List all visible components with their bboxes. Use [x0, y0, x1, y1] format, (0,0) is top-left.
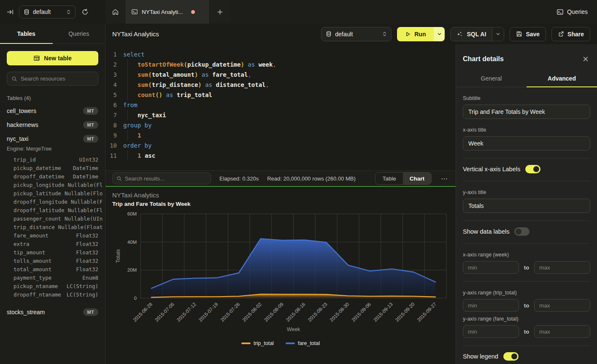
- panel-tab-advanced[interactable]: Advanced: [527, 70, 597, 87]
- show-data-labels-row: Show data labels: [463, 227, 590, 236]
- sidebar-tab-queries[interactable]: Queries: [53, 24, 105, 43]
- code-line[interactable]: 10order by: [105, 140, 456, 151]
- resource-search-input[interactable]: [21, 75, 94, 82]
- resource-search[interactable]: [7, 72, 98, 86]
- x-range-max-input[interactable]: [534, 261, 590, 274]
- line-number: 3: [105, 70, 117, 80]
- code-line[interactable]: 2toStartOfWeek(pickup_datetime) as week,: [105, 59, 456, 70]
- svg-text:2015-09-27: 2015-09-27: [416, 302, 437, 323]
- y-fare-max-input[interactable]: [534, 325, 590, 338]
- line-number: 9: [105, 130, 117, 140]
- svg-text:20M: 20M: [127, 267, 137, 272]
- engine-badge: MT: [83, 308, 98, 316]
- y-fare-min-input[interactable]: [463, 325, 519, 338]
- sql-ai-options-button[interactable]: [492, 27, 504, 41]
- x-range-min-input[interactable]: [463, 261, 519, 274]
- sql-editor[interactable]: 1select2toStartOfWeek(pickup_datetime) a…: [105, 44, 456, 170]
- legend-item-trip-total[interactable]: trip_total: [241, 340, 274, 346]
- show-legend-label: Show legend: [463, 353, 498, 360]
- subtitle-field-label: Subtitle: [463, 95, 590, 101]
- column-row: passenger_countNullable(UIn: [14, 215, 98, 223]
- y-trip-range-label: y-axis range (trip_total): [463, 290, 590, 296]
- code-line[interactable]: 4sum(trip_distance) as distance_total,: [105, 80, 456, 90]
- tab-nytaxi-analytics[interactable]: NYTaxi Analyti...: [125, 0, 210, 24]
- code-line[interactable]: 8group by: [105, 120, 456, 130]
- y-trip-max-input[interactable]: [534, 299, 590, 312]
- new-table-button[interactable]: New table: [7, 51, 98, 65]
- svg-text:Week: Week: [287, 326, 300, 332]
- database-selector[interactable]: default: [19, 5, 76, 19]
- share-button[interactable]: Share: [551, 27, 590, 41]
- legend-item-fare-total[interactable]: fare_total: [286, 340, 320, 346]
- table-name: cell_towers: [7, 108, 36, 114]
- column-row: tolls_amountFloat32: [14, 257, 98, 265]
- table-name: stocks_stream: [7, 309, 45, 315]
- results-more-button[interactable]: ⋯: [440, 175, 449, 183]
- panel-tab-general[interactable]: General: [456, 70, 527, 87]
- results-search[interactable]: [112, 173, 211, 184]
- run-database-selector[interactable]: default: [321, 27, 392, 41]
- chart-legend: trip_total fare_total: [105, 340, 456, 346]
- table-item-hackernews[interactable]: hackernewsMT: [0, 118, 105, 132]
- run-database-value: default: [335, 31, 353, 38]
- show-legend-row: Show legend: [463, 352, 590, 361]
- table-engine: Engine: MergeTree: [0, 146, 105, 154]
- y-axis-title-label: y-axis title: [463, 189, 590, 195]
- show-data-labels-toggle[interactable]: [514, 227, 529, 236]
- range-to-label: to: [524, 264, 529, 271]
- run-options-button[interactable]: [434, 27, 445, 41]
- column-row: dropoff_latitudeNullable(Fl: [14, 206, 98, 215]
- show-legend-toggle[interactable]: [503, 352, 519, 361]
- divider: [463, 221, 590, 221]
- queries-button[interactable]: Queries: [547, 0, 597, 24]
- table-item-stocks_stream[interactable]: stocks_streamMT: [0, 305, 105, 319]
- line-number: 11: [105, 151, 117, 161]
- refresh-icon[interactable]: [81, 8, 89, 16]
- legend-swatch: [241, 342, 251, 344]
- engine-badge: MT: [83, 107, 98, 115]
- close-icon[interactable]: [583, 56, 589, 62]
- x-axis-title-input[interactable]: [463, 136, 590, 151]
- y-axis-title-input[interactable]: [463, 199, 590, 213]
- vertical-x-labels-row: Vertical x-axis Labels: [463, 165, 590, 173]
- panel-tabs: General Advanced: [456, 70, 597, 87]
- view-toggle-table[interactable]: Table: [375, 173, 403, 184]
- table-item-cell_towers[interactable]: cell_towersMT: [0, 104, 105, 118]
- y-trip-min-input[interactable]: [463, 299, 519, 312]
- view-toggle-chart[interactable]: Chart: [403, 173, 431, 184]
- code-line[interactable]: 6from: [105, 100, 456, 110]
- sidebar-tab-tables[interactable]: Tables: [0, 24, 53, 43]
- y-trip-range-row: to: [463, 299, 590, 312]
- save-button[interactable]: Save: [510, 27, 546, 41]
- sql-ai-label: SQL AI: [467, 31, 486, 38]
- svg-text:2015-08-02: 2015-08-02: [241, 302, 262, 323]
- sidebar: Tables Queries New table Tables (4) cell…: [0, 24, 105, 364]
- elapsed-time: Elapsed: 0.320s: [219, 175, 259, 182]
- results-search-input[interactable]: [125, 175, 207, 182]
- line-number: 8: [105, 120, 117, 130]
- vertical-x-labels-toggle[interactable]: [525, 165, 540, 173]
- table-item-nyc_taxi[interactable]: nyc_taxiMT: [0, 132, 105, 146]
- code-line[interactable]: 91: [105, 130, 456, 140]
- home-button[interactable]: [105, 0, 125, 24]
- code-line[interactable]: 1select: [105, 49, 456, 59]
- show-data-labels-label: Show data labels: [463, 228, 509, 235]
- collapse-sidebar-icon[interactable]: [7, 8, 14, 16]
- chart-details-panel: Chart details General Advanced Subtitle …: [456, 44, 597, 364]
- save-icon: [516, 31, 522, 37]
- subtitle-input[interactable]: [463, 105, 590, 119]
- code-line[interactable]: 111 asc: [105, 151, 456, 161]
- legend-label: trip_total: [254, 340, 274, 346]
- code-line[interactable]: 5count() as trip_total: [105, 90, 456, 100]
- code-line[interactable]: 7nyc_taxi: [105, 110, 456, 120]
- play-icon: [405, 31, 411, 37]
- new-tab-button[interactable]: [210, 0, 230, 24]
- queries-terminal-icon: [556, 8, 564, 16]
- chevron-down-icon: [496, 32, 500, 36]
- run-button[interactable]: Run: [397, 27, 434, 41]
- sql-ai-button-group: SQL AI: [450, 27, 504, 41]
- sql-ai-button[interactable]: SQL AI: [451, 27, 492, 41]
- top-bar: default NYTaxi Analyti...: [0, 0, 597, 24]
- code-line[interactable]: 3sum(total_amount) as fare_total,: [105, 70, 456, 80]
- column-row: fare_amountFloat32: [14, 232, 98, 240]
